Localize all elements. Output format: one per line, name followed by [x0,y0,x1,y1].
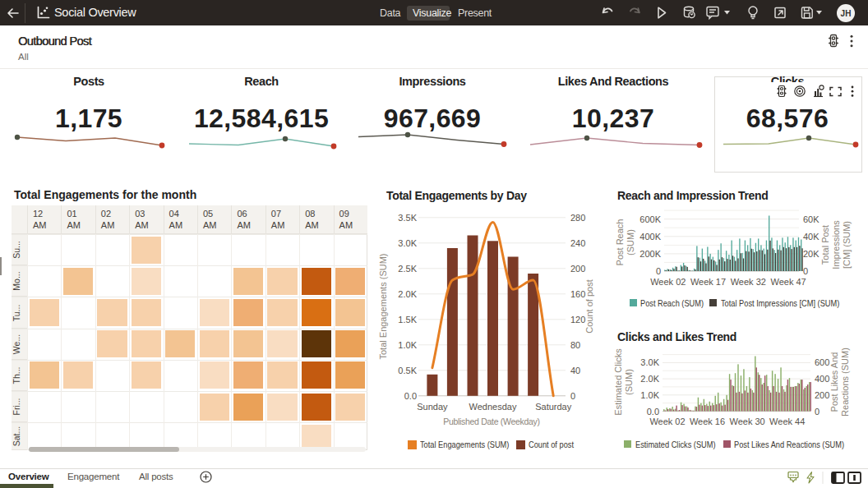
svg-text:80: 80 [570,340,580,350]
svg-text:Week 32: Week 32 [731,277,766,287]
svg-text:[CM] (SUM): [CM] (SUM) [842,221,852,269]
svg-text:0: 0 [815,407,820,417]
svg-text:0: 0 [803,266,808,276]
svg-text:20K: 20K [803,249,820,259]
svg-text:40: 40 [570,366,580,375]
svg-text:(SUM): (SUM) [624,369,634,395]
svg-text:2.5K: 2.5K [398,264,417,274]
svg-text:0.5K: 0.5K [398,366,417,375]
svg-text:200: 200 [815,390,829,400]
svg-text:1.0K: 1.0K [398,340,417,350]
svg-text:400K: 400K [639,232,661,242]
svg-text:Saturday: Saturday [535,402,572,412]
svg-text:200: 200 [570,264,585,274]
svg-text:0: 0 [570,391,575,401]
svg-text:3.0K: 3.0K [398,238,417,248]
svg-text:2.0K: 2.0K [640,374,659,384]
svg-text:200K: 200K [639,249,661,259]
svg-text:0: 0 [656,266,661,276]
svg-text:Week 02: Week 02 [649,417,685,426]
svg-text:2.0K: 2.0K [398,289,417,299]
svg-text:Week 02: Week 02 [650,277,686,287]
svg-text:1.0K: 1.0K [640,390,659,400]
svg-text:Week 30: Week 30 [729,417,764,426]
svg-text:(SUM): (SUM) [626,229,635,256]
svg-text:Post Likes And: Post Likes And [829,352,839,412]
svg-text:Week 47: Week 47 [770,277,806,287]
svg-text:Count of post: Count of post [584,279,594,333]
svg-text:240: 240 [570,238,585,248]
svg-text:600K: 600K [639,214,661,224]
svg-text:40K: 40K [803,232,820,242]
svg-text:Reactions (SUM): Reactions (SUM) [840,348,850,417]
svg-text:Total Post: Total Post [820,225,830,265]
svg-text:Post Reach: Post Reach [615,219,625,266]
svg-text:Week 17: Week 17 [690,277,726,287]
svg-text:280: 280 [570,213,585,223]
svg-text:Estimated Clicks: Estimated Clicks [613,348,623,416]
svg-text:120: 120 [570,315,585,325]
svg-text:1.5K: 1.5K [398,315,417,325]
svg-text:600: 600 [815,357,829,367]
svg-text:Sunday: Sunday [417,402,448,412]
svg-text:3.0K: 3.0K [640,357,659,367]
svg-text:Week 44: Week 44 [769,417,805,426]
svg-text:400: 400 [815,374,829,384]
svg-text:3.5K: 3.5K [398,213,417,223]
svg-text:Impressions: Impressions [831,220,841,269]
svg-text:Week 16: Week 16 [690,417,725,426]
svg-text:Published Date (Weekday): Published Date (Weekday) [443,417,540,426]
svg-text:0.0: 0.0 [647,407,659,417]
svg-text:0.0: 0.0 [404,391,417,401]
svg-text:160: 160 [570,289,585,299]
svg-text:60K: 60K [803,214,820,224]
svg-text:Wednesday: Wednesday [469,402,517,412]
svg-text:Total Engagements (SUM): Total Engagements (SUM) [378,254,388,360]
